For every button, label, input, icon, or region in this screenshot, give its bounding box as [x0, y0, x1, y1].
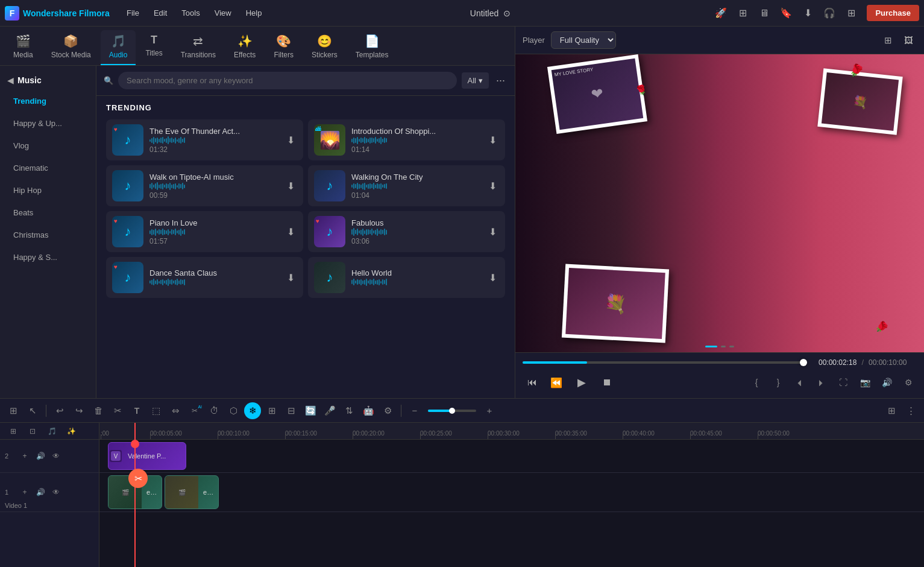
layout-button[interactable]: ⊞ [883, 402, 900, 419]
search-input[interactable] [118, 72, 457, 89]
headphone-icon[interactable]: 🎧 [821, 5, 838, 22]
split-view-button[interactable]: ⊞ [5, 402, 22, 419]
track-settings-button[interactable]: ⚙ [379, 402, 396, 419]
track-3-download-icon[interactable]: ⬇ [284, 178, 297, 194]
sidebar-item-beats[interactable]: Beats [4, 202, 92, 223]
mark-out-button[interactable]: } [770, 374, 787, 391]
play-button[interactable]: ▶ [571, 372, 592, 393]
zoom-in-button[interactable]: + [481, 402, 498, 419]
search-filter-button[interactable]: All ▾ [462, 72, 489, 89]
sidebar-item-cinematic[interactable]: Cinematic [4, 157, 92, 179]
music-track-7[interactable]: ♥ ♪ Dance Santa Claus ⬇ [106, 257, 303, 298]
track-2-add-icon[interactable]: + [18, 449, 31, 463]
delete-button[interactable]: 🗑 [90, 402, 107, 419]
music-track-1[interactable]: ♥ ♪ The Eve Of Thunder Act... 01:32 ⬇ [106, 119, 303, 160]
download-icon[interactable]: ⬇ [799, 5, 816, 22]
sidebar-item-christmas[interactable]: Christmas [4, 224, 92, 245]
grid-icon[interactable]: ⊞ [843, 5, 860, 22]
track-1-download-icon[interactable]: ⬇ [284, 132, 297, 148]
frame-back-button[interactable]: ⏪ [547, 373, 566, 392]
track-2-eye-icon[interactable]: 👁 [49, 449, 63, 463]
smart-track-button[interactable]: ✨ [63, 423, 80, 440]
group-button[interactable]: ⊞ [263, 402, 280, 419]
audio-track-button[interactable]: 🎵 [43, 423, 60, 440]
fullscreen-button[interactable]: ⛶ [835, 374, 852, 391]
zoom-slider[interactable] [428, 410, 476, 412]
tab-titles[interactable]: T Titles [137, 30, 171, 65]
volume-button[interactable]: 🔊 [878, 374, 895, 391]
track-4-download-icon[interactable]: ⬇ [486, 178, 499, 194]
track-1-add-icon[interactable]: + [18, 486, 31, 499]
rocket-icon[interactable]: 🚀 [712, 5, 729, 22]
prev-marker-button[interactable]: ⏴ [791, 374, 808, 391]
track-7-download-icon[interactable]: ⬇ [284, 270, 297, 286]
track-6-download-icon[interactable]: ⬇ [486, 224, 499, 240]
track-2-download-icon[interactable]: ⬇ [486, 132, 499, 148]
undo-button[interactable]: ↩ [51, 402, 68, 419]
clip-valentine[interactable]: V Valentine P... [108, 442, 186, 470]
ungroup-button[interactable]: ⊟ [283, 402, 300, 419]
sidebar-item-happy[interactable]: Happy & Up... [4, 113, 92, 134]
music-track-4[interactable]: ♪ Walking On The City 01:04 ⬇ [308, 165, 505, 206]
sidebar-item-vlog[interactable]: Vlog [4, 135, 92, 156]
progress-track[interactable] [523, 361, 803, 364]
search-more-button[interactable]: ··· [494, 72, 508, 89]
mic-button[interactable]: 🎤 [321, 402, 338, 419]
photo-view-icon[interactable]: 🖼 [900, 32, 917, 49]
track-8-download-icon[interactable]: ⬇ [486, 270, 499, 286]
music-track-3[interactable]: ♪ Walk on Tiptoe-AI music 00:59 ⬇ [106, 165, 303, 206]
speed-button[interactable]: ⏱ [206, 402, 222, 419]
ai-cut-button[interactable]: ✂AI [186, 402, 203, 419]
stop-button[interactable]: ⏹ [597, 373, 617, 392]
settings-button[interactable]: ⚙ [900, 374, 917, 391]
arrange-button[interactable]: ⇅ [341, 402, 357, 419]
quality-select[interactable]: Full Quality 1/2 Quality 1/4 Quality [551, 31, 616, 49]
grid-view-icon[interactable]: ⊞ [879, 32, 896, 49]
menu-edit[interactable]: Edit [148, 6, 173, 20]
sidebar-toggle-icon[interactable]: ◀ [7, 75, 14, 85]
tab-stickers[interactable]: 😊 Stickers [303, 30, 346, 65]
track-1-audio-icon[interactable]: 🔊 [34, 486, 47, 499]
track-5-download-icon[interactable]: ⬇ [284, 224, 297, 240]
sidebar-item-more[interactable]: Happy & S... [4, 247, 92, 268]
menu-tools[interactable]: Tools [175, 6, 206, 20]
tab-audio[interactable]: 🎵 Audio [101, 30, 136, 65]
track-1-eye-icon[interactable]: 👁 [49, 486, 63, 499]
monitor-icon[interactable]: 🖥 [756, 5, 773, 22]
pip-button[interactable]: ⊡ [24, 423, 41, 440]
tab-stock-media[interactable]: 📦 Stock Media [43, 30, 99, 65]
clip-edit-wed-2[interactable]: 🎬 edit-wed... [165, 475, 219, 509]
music-track-5[interactable]: ♥ ♪ Piano In Love 01:57 ⬇ [106, 211, 303, 252]
track-2-audio-icon[interactable]: 🔊 [34, 449, 47, 463]
progress-handle[interactable] [800, 359, 807, 366]
tab-templates[interactable]: 📄 Templates [347, 30, 397, 65]
crop-button[interactable]: ⬚ [148, 402, 165, 419]
transform-button[interactable]: ⇔ [167, 402, 184, 419]
select-tool-button[interactable]: ↖ [24, 402, 41, 419]
tab-effects[interactable]: ✨ Effects [225, 30, 264, 65]
skip-back-button[interactable]: ⏮ [523, 373, 542, 392]
purchase-button[interactable]: Purchase [867, 5, 919, 21]
freeze-button[interactable]: ❄ [244, 402, 261, 419]
menu-view[interactable]: View [209, 6, 237, 20]
music-track-6[interactable]: ♥ ♪ Fabulous 03:06 ⬇ [308, 211, 505, 252]
add-track-button[interactable]: ⊞ [5, 423, 22, 440]
layout-icon[interactable]: ⊞ [734, 5, 751, 22]
replace-button[interactable]: 🔄 [302, 402, 319, 419]
mask-button[interactable]: ⬡ [225, 402, 242, 419]
snapshot-button[interactable]: 📷 [856, 374, 873, 391]
mark-in-button[interactable]: { [748, 374, 765, 391]
cut-button[interactable]: ✂ [109, 402, 126, 419]
tab-filters[interactable]: 🎨 Filters [265, 30, 302, 65]
menu-help[interactable]: Help [240, 6, 268, 20]
zoom-out-button[interactable]: − [406, 402, 423, 419]
tab-transitions[interactable]: ⇄ Transitions [172, 30, 224, 65]
more-options-button[interactable]: ⋮ [902, 402, 919, 419]
ai-tools-button[interactable]: 🤖 [360, 402, 377, 419]
music-track-2[interactable]: 🏙 🌄 Introduction Of Shoppi... 01:14 ⬇ [308, 119, 505, 160]
text-button[interactable]: T [128, 402, 145, 419]
bookmark-icon[interactable]: 🔖 [778, 5, 794, 22]
sidebar-item-hiphop[interactable]: Hip Hop [4, 180, 92, 201]
music-track-8[interactable]: ♪ Hello World ⬇ [308, 257, 505, 298]
tab-media[interactable]: 🎬 Media [5, 30, 42, 65]
